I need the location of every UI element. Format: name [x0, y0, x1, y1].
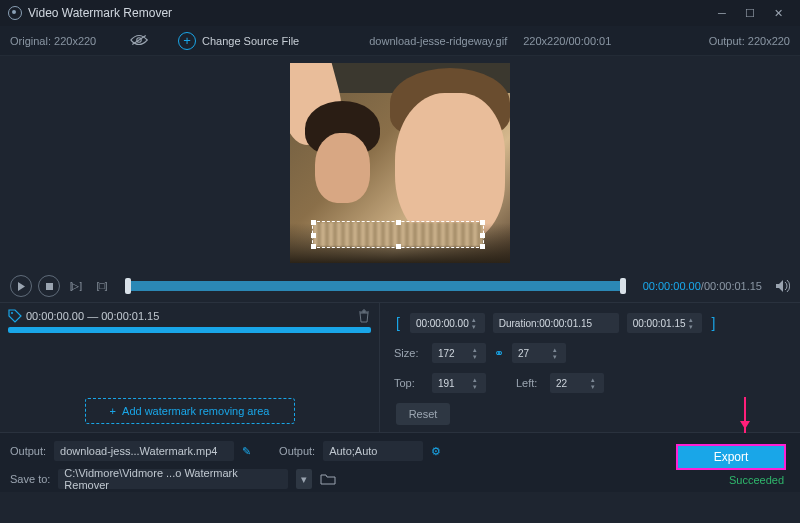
preview-area[interactable] [0, 56, 800, 270]
edit-output-icon[interactable]: ✎ [242, 445, 251, 458]
video-frame[interactable] [290, 63, 510, 263]
preview-visibility-icon[interactable] [130, 34, 148, 48]
segments-panel: 00:00:00.00 — 00:00:01.15 + Add watermar… [0, 303, 380, 432]
output-dim-label: Output: 220x220 [709, 35, 790, 47]
save-path-field[interactable]: C:\Vidmore\Vidmore ...o Watermark Remove… [58, 469, 288, 489]
spin-up-icon[interactable]: ▴ [469, 316, 479, 323]
timeline-end-handle[interactable] [620, 278, 626, 294]
duration-display: Duration:00:00:01.15 [493, 313, 619, 333]
titlebar: Video Watermark Remover ─ ☐ ✕ [0, 0, 800, 26]
spin-up-icon[interactable]: ▴ [470, 376, 480, 383]
range-end-bracket-icon[interactable]: ] [710, 315, 718, 331]
volume-icon[interactable] [774, 278, 790, 294]
close-button[interactable]: ✕ [764, 0, 792, 26]
spin-down-icon[interactable]: ▾ [588, 383, 598, 390]
timeline-start-handle[interactable] [125, 278, 131, 294]
open-folder-icon[interactable] [320, 473, 336, 485]
output-file-field: download-jess...Watermark.mp4 [54, 441, 234, 461]
spin-down-icon[interactable]: ▾ [470, 353, 480, 360]
play-button[interactable] [10, 275, 32, 297]
size-label: Size: [394, 347, 424, 359]
output-settings-icon[interactable]: ⚙ [431, 445, 441, 458]
source-dim-time: 220x220/00:00:01 [523, 35, 611, 47]
spin-up-icon[interactable]: ▴ [588, 376, 598, 383]
size-height-input[interactable]: 27 ▴▾ [512, 343, 566, 363]
spin-up-icon[interactable]: ▴ [550, 346, 560, 353]
segment-track[interactable] [8, 327, 371, 333]
top-label: Top: [394, 377, 424, 389]
svg-rect-2 [46, 283, 53, 290]
segment-row[interactable]: 00:00:00.00 — 00:00:01.15 [8, 309, 371, 323]
step-forward-button[interactable]: [▷] [66, 276, 86, 296]
range-end-input[interactable]: 00:00:01.15 ▴▾ [627, 313, 702, 333]
save-path-dropdown[interactable]: ▾ [296, 469, 312, 489]
export-button[interactable]: Export [676, 444, 786, 470]
timeline-track[interactable] [126, 281, 625, 291]
maximize-button[interactable]: ☐ [736, 0, 764, 26]
range-start-bracket-icon[interactable]: [ [394, 315, 402, 331]
size-width-input[interactable]: 172 ▴▾ [432, 343, 486, 363]
frame-button[interactable]: [□] [92, 276, 112, 296]
parameters-panel: [ 00:00:00.00 ▴▾ Duration:00:00:01.15 00… [380, 303, 800, 432]
output-file-label: Output: [10, 445, 46, 457]
source-bar: Original: 220x220 + Change Source File d… [0, 26, 800, 56]
minimize-button[interactable]: ─ [708, 0, 736, 26]
spin-up-icon[interactable]: ▴ [470, 346, 480, 353]
segment-tag-icon [8, 309, 22, 323]
app-logo-icon [8, 6, 22, 20]
left-label: Left: [516, 377, 542, 389]
original-dim-label: Original: 220x220 [10, 35, 130, 47]
add-watermark-area-button[interactable]: + Add watermark removing area [85, 398, 295, 424]
playback-bar: [▷] [□] 00:00:00.00/00:00:01.15 [0, 270, 800, 302]
save-to-label: Save to: [10, 473, 50, 485]
reset-button[interactable]: Reset [396, 403, 450, 425]
link-dimensions-icon[interactable]: ⚭ [494, 346, 504, 360]
delete-segment-icon[interactable] [357, 309, 371, 323]
add-source-icon[interactable]: + [178, 32, 196, 50]
segment-times: 00:00:00.00 — 00:00:01.15 [26, 310, 357, 322]
spin-up-icon[interactable]: ▴ [686, 316, 696, 323]
timecode: 00:00:00.00/00:00:01.15 [643, 280, 762, 292]
status-text: Succeeded [729, 474, 784, 486]
output-format-field[interactable]: Auto;Auto [323, 441, 423, 461]
source-filename: download-jesse-ridgeway.gif [369, 35, 507, 47]
stop-button[interactable] [38, 275, 60, 297]
range-start-input[interactable]: 00:00:00.00 ▴▾ [410, 313, 485, 333]
spin-down-icon[interactable]: ▾ [469, 323, 479, 330]
top-input[interactable]: 191 ▴▾ [432, 373, 486, 393]
spin-down-icon[interactable]: ▾ [550, 353, 560, 360]
spin-down-icon[interactable]: ▾ [686, 323, 696, 330]
spin-down-icon[interactable]: ▾ [470, 383, 480, 390]
annotation-arrow-icon [744, 397, 746, 433]
app-title: Video Watermark Remover [28, 6, 172, 20]
output-format-label: Output: [279, 445, 315, 457]
left-input[interactable]: 22 ▴▾ [550, 373, 604, 393]
output-settings: Output: download-jess...Watermark.mp4 ✎ … [0, 433, 530, 492]
change-source-link[interactable]: Change Source File [202, 35, 299, 47]
svg-point-3 [11, 312, 13, 314]
plus-icon: + [110, 405, 116, 417]
selection-box[interactable] [312, 221, 484, 248]
